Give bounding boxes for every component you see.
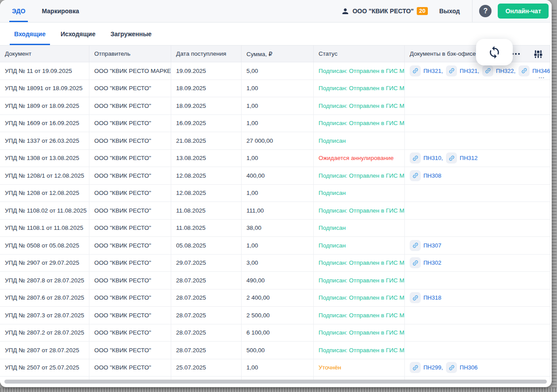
cell-backoffice-docs <box>405 97 550 114</box>
cell-sum: 500,00 <box>242 342 314 359</box>
table-row[interactable]: УПД № 1337 от 26.03.2025 ООО "КВИК РЕСТО… <box>0 132 550 150</box>
cell-date: 28.07.2025 <box>171 307 242 324</box>
help-button[interactable]: ? <box>479 5 492 17</box>
table-row[interactable]: УПД № 1208 от 12.08.2025 ООО "КВИК РЕСТО… <box>0 185 550 202</box>
ellipsis-icon <box>512 53 520 55</box>
cell-status: Подписан: Отправлен в ГИС МТ <box>314 115 405 132</box>
table-row[interactable]: УПД № 2807.3 от 28.07.2025 ООО "КВИК РЕС… <box>0 307 550 324</box>
doc-link-label: ПН302 <box>423 259 441 266</box>
cell-sender: ООО "КВИК РЕСТО" <box>89 272 171 289</box>
column-header-document: Документ <box>0 46 89 62</box>
table-row[interactable]: УПД № 1308 от 13.08.2025 ООО "КВИК РЕСТО… <box>0 150 550 167</box>
cell-status: Подписан: Отправлен в ГИС МТ <box>314 324 405 342</box>
backoffice-doc-link[interactable]: ПН310, <box>410 152 443 164</box>
cell-sender: ООО "КВИК РЕСТО" <box>89 115 171 132</box>
table-row[interactable]: УПД № 18091 от 18.09.2025 ООО "КВИК РЕСТ… <box>0 80 550 98</box>
cell-sum: 400,00 <box>242 167 314 184</box>
cell-document: УПД № 1809 от 18.09.2025 <box>0 97 89 114</box>
cell-date: 05.08.2025 <box>171 237 242 254</box>
table-row[interactable]: УПД № 1208/1 от 12.08.2025 ООО "КВИК РЕС… <box>0 167 550 185</box>
company-name: ООО "КВИК РЕСТО" <box>353 8 414 15</box>
cell-backoffice-docs <box>405 272 550 289</box>
cell-sender: ООО "КВИК РЕСТО" <box>89 220 171 237</box>
cell-sender: ООО "КВИК РЕСТО" <box>89 324 171 342</box>
backoffice-doc-link[interactable]: ПН302 <box>410 257 441 268</box>
cell-date: 19.09.2025 <box>171 62 242 80</box>
backoffice-doc-link[interactable]: ПН307 <box>410 240 441 251</box>
cell-sender: ООО "КВИК РЕСТО" <box>89 150 171 167</box>
table-row[interactable]: УПД № 1809 от 18.09.2025 ООО "КВИК РЕСТО… <box>0 97 550 115</box>
table-row[interactable]: УПД № 0508 от 05.08.2025 ООО "КВИК РЕСТО… <box>0 237 550 255</box>
backoffice-doc-link[interactable]: ПН346, <box>519 65 550 76</box>
cell-document: УПД № 1337 от 26.03.2025 <box>0 132 89 149</box>
doc-link-label: ПН321, <box>460 68 479 74</box>
table-body: УПД № 11 от 19.09.2025 ООО "КВИК РЕСТО М… <box>0 62 550 383</box>
tab-uploaded[interactable]: Загруженные <box>106 23 156 45</box>
table-row[interactable]: УПД № 2907 от 29.07.2025 ООО "КВИК РЕСТО… <box>0 255 550 272</box>
cell-document: УПД № 1208/1 от 12.08.2025 <box>0 167 89 184</box>
refresh-button[interactable] <box>476 39 513 65</box>
screen: ЭДО Маркировка ООО "КВИК РЕСТО" 20 Выход… <box>0 0 557 392</box>
cell-sum: 1,00 <box>242 185 314 202</box>
table-row[interactable]: УПД № 2807.2 от 28.07.2025 ООО "КВИК РЕС… <box>0 324 550 342</box>
logout-button[interactable]: Выход <box>439 8 460 15</box>
cell-sum: 3,00 <box>242 255 314 272</box>
cell-date: 28.07.2025 <box>171 324 242 342</box>
backoffice-doc-link[interactable]: ПН312 <box>446 152 477 164</box>
backoffice-doc-link[interactable]: ПН306 <box>446 362 477 373</box>
cell-document: УПД № 2807 от 28.07.2025 <box>0 342 89 359</box>
chain-link-icon <box>446 152 457 164</box>
tab-incoming[interactable]: Входящие <box>10 23 50 45</box>
cell-backoffice-docs: ПН302 <box>405 255 550 272</box>
doc-link-label: ПН308 <box>423 172 441 179</box>
tab-outgoing[interactable]: Исходящие <box>56 23 100 45</box>
cell-status: Подписан <box>314 237 405 254</box>
backoffice-doc-link[interactable]: ПН321, <box>410 65 443 76</box>
cell-sum: 1,00 <box>242 150 314 167</box>
cell-backoffice-docs: ПН310, ПН312 <box>405 150 550 167</box>
top-tab-edo[interactable]: ЭДО <box>12 0 25 22</box>
table-row[interactable]: УПД № 2807 от 28.07.2025 ООО "КВИК РЕСТО… <box>0 342 550 359</box>
table-row[interactable]: УПД № 11 от 19.09.2025 ООО "КВИК РЕСТО М… <box>0 62 550 80</box>
cell-status: Подписан <box>314 132 405 149</box>
top-tab-markirovka[interactable]: Маркировка <box>42 0 79 22</box>
links-overflow-ellipsis[interactable]: ... <box>538 73 545 80</box>
cell-date: 12.08.2025 <box>171 185 242 202</box>
cell-document: УПД № 2507 от 25.07.2025 <box>0 359 89 377</box>
chain-link-icon <box>410 257 421 268</box>
online-chat-button[interactable]: Онлайн-чат <box>498 4 549 19</box>
cell-date: 21.08.2025 <box>171 132 242 149</box>
more-options-button[interactable] <box>512 53 520 55</box>
cell-sender: ООО "КВИК РЕСТО" <box>89 202 171 219</box>
table-row[interactable]: УПД № 1108.1 от 11.08.2025 ООО "КВИК РЕС… <box>0 220 550 237</box>
backoffice-doc-link[interactable]: ПН322, <box>482 65 515 76</box>
cell-sender: ООО "КВИК РЕСТО МАРКЕТ" <box>89 62 171 80</box>
cell-date: 18.09.2025 <box>171 97 242 114</box>
cell-document: УПД № 1108.02 от 11.08.2025 <box>0 202 89 219</box>
cell-document: УПД № 18091 от 18.09.2025 <box>0 80 89 97</box>
table-row[interactable]: УПД № 2507 от 25.07.2025 ООО "КВИК РЕСТО… <box>0 359 550 377</box>
backoffice-doc-link[interactable]: ПН321, <box>446 65 479 76</box>
table-row[interactable]: УПД № 2807.8 от 28.07.2025 ООО "КВИК РЕС… <box>0 272 550 289</box>
cell-sum: 38,00 <box>242 220 314 237</box>
table-header: Документ Отправитель Дата поступления Су… <box>0 45 550 62</box>
cell-sender: ООО "КВИК РЕСТО" <box>89 255 171 272</box>
cell-document: УПД № 1108.1 от 11.08.2025 <box>0 220 89 237</box>
doc-link-label: ПН307 <box>423 242 441 249</box>
cell-sum: 1,00 <box>242 359 314 377</box>
cell-sum: 2 500,00 <box>242 307 314 324</box>
cell-status: Уточнён <box>314 359 405 377</box>
backoffice-doc-link[interactable]: ПН299, <box>410 362 443 373</box>
cell-backoffice-docs: ПН299, ПН306 <box>405 359 550 377</box>
horizontal-scrollbar[interactable] <box>4 380 547 384</box>
backoffice-doc-link[interactable]: ПН318 <box>410 292 441 303</box>
cell-date: 12.08.2025 <box>171 167 242 184</box>
cell-status: Подписан: Отправлен в ГИС МТ <box>314 255 405 272</box>
table-row[interactable]: УПД № 1609 от 16.09.2025 ООО "КВИК РЕСТО… <box>0 115 550 133</box>
account-button[interactable]: ООО "КВИК РЕСТО" 20 <box>341 7 428 15</box>
cell-document: УПД № 2807.6 от 28.07.2025 <box>0 289 89 307</box>
filter-button[interactable] <box>533 49 543 59</box>
backoffice-doc-link[interactable]: ПН308 <box>410 170 441 181</box>
table-row[interactable]: УПД № 2807.6 от 28.07.2025 ООО "КВИК РЕС… <box>0 289 550 307</box>
table-row[interactable]: УПД № 1108.02 от 11.08.2025 ООО "КВИК РЕ… <box>0 202 550 220</box>
